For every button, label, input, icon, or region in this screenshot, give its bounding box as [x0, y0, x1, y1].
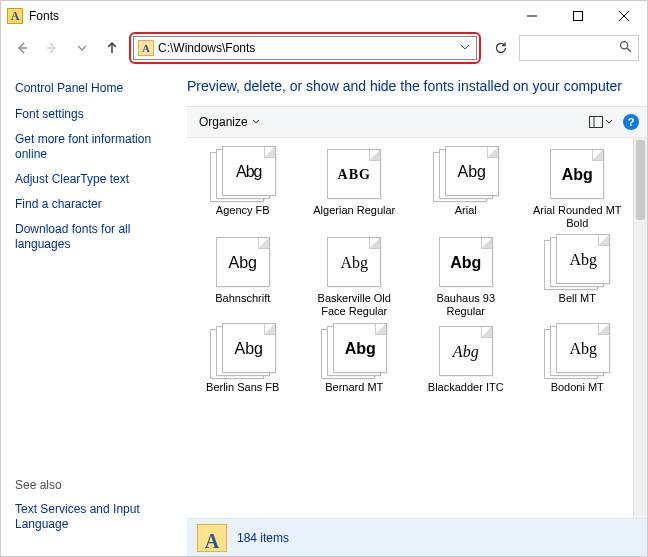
- font-item[interactable]: AbgBaskerville Old Face Regular: [302, 234, 406, 318]
- font-thumbnail: ABG: [321, 146, 387, 200]
- address-bar[interactable]: A: [133, 36, 477, 60]
- sidebar-see-also-head: See also: [15, 478, 173, 492]
- font-sample: Abg: [450, 252, 481, 272]
- font-item[interactable]: AbgArial: [414, 146, 518, 230]
- layout-icon: [589, 116, 603, 128]
- font-label: Bodoni MT: [551, 381, 604, 407]
- font-thumbnail: Abg: [321, 323, 387, 377]
- svg-rect-9: [590, 116, 603, 127]
- address-highlight: A: [129, 32, 481, 64]
- minimize-button[interactable]: [509, 2, 555, 30]
- font-thumbnail: Abg: [544, 234, 610, 288]
- font-label: Bell MT: [559, 292, 596, 318]
- svg-rect-1: [574, 12, 583, 21]
- font-sample: Abg: [569, 338, 597, 358]
- font-item[interactable]: AbgBauhaus 93 Regular: [414, 234, 518, 318]
- close-button[interactable]: [601, 2, 647, 30]
- status-bar: A 184 items: [187, 518, 647, 556]
- back-button[interactable]: [9, 34, 35, 62]
- svg-line-8: [627, 48, 631, 52]
- font-thumbnail: Abg: [210, 146, 276, 200]
- window-controls: [509, 2, 647, 30]
- font-label: Bauhaus 93 Regular: [416, 292, 516, 318]
- page-heading: Preview, delete, or show and hide the fo…: [187, 67, 647, 106]
- fonts-folder-icon: A: [7, 8, 23, 24]
- font-sample: Abg: [229, 252, 257, 272]
- chevron-down-icon: [605, 118, 613, 126]
- titlebar: A Fonts: [1, 1, 647, 31]
- font-sample: Abg: [236, 161, 261, 181]
- font-sample: Abg: [458, 161, 486, 181]
- font-label: Arial Rounded MT Bold: [527, 204, 627, 230]
- sidebar-link-more-info[interactable]: Get more font information online: [15, 132, 173, 162]
- font-label: Arial: [455, 204, 477, 230]
- font-grid: AbgAgency FBABGAlgerian RegularAbgArialA…: [187, 138, 633, 518]
- search-box[interactable]: [519, 35, 639, 61]
- refresh-button[interactable]: [487, 34, 515, 62]
- font-item[interactable]: AbgBell MT: [525, 234, 629, 318]
- up-button[interactable]: [99, 34, 125, 62]
- recent-locations-button[interactable]: [69, 34, 95, 62]
- body-area: Control Panel Home Font settings Get mor…: [1, 67, 647, 556]
- font-sample: Abg: [453, 341, 479, 361]
- address-folder-icon: A: [138, 40, 154, 56]
- font-item[interactable]: AbgArial Rounded MT Bold: [525, 146, 629, 230]
- font-sample: Abg: [235, 338, 263, 358]
- chevron-down-icon: [252, 118, 260, 126]
- search-icon: [619, 40, 632, 56]
- font-item[interactable]: AbgBerlin Sans FB: [191, 323, 295, 407]
- organize-label: Organize: [199, 115, 248, 129]
- maximize-button[interactable]: [555, 2, 601, 30]
- sidebar-link-download[interactable]: Download fonts for all languages: [15, 222, 173, 252]
- sidebar-link-text-services[interactable]: Text Services and Input Language: [15, 502, 173, 532]
- forward-button[interactable]: [39, 34, 65, 62]
- vertical-scrollbar[interactable]: [633, 138, 647, 518]
- font-item[interactable]: ABGAlgerian Regular: [302, 146, 406, 230]
- font-thumbnail: Abg: [544, 146, 610, 200]
- window-title: Fonts: [29, 9, 509, 23]
- help-button[interactable]: ?: [623, 114, 639, 130]
- font-sample: Abg: [562, 164, 593, 184]
- font-thumbnail: Abg: [433, 146, 499, 200]
- grid-wrap: AbgAgency FBABGAlgerian RegularAbgArialA…: [187, 138, 647, 518]
- font-sample: Abg: [569, 249, 597, 269]
- font-sample: Abg: [340, 252, 368, 272]
- address-input[interactable]: [158, 41, 458, 55]
- font-thumbnail: Abg: [433, 234, 499, 288]
- sidebar-link-font-settings[interactable]: Font settings: [15, 107, 173, 122]
- font-item[interactable]: AbgAgency FB: [191, 146, 295, 230]
- font-thumbnail: Abg: [544, 323, 610, 377]
- font-label: Bernard MT: [325, 381, 383, 407]
- address-dropdown-icon[interactable]: [458, 41, 472, 55]
- font-item[interactable]: AbgBlackadder ITC: [414, 323, 518, 407]
- address-wrap: A: [129, 32, 515, 64]
- font-label: Agency FB: [216, 204, 270, 230]
- font-thumbnail: Abg: [433, 323, 499, 377]
- font-item[interactable]: AbgBodoni MT: [525, 323, 629, 407]
- font-item[interactable]: AbgBahnschrift: [191, 234, 295, 318]
- navigation-bar: A: [1, 31, 647, 67]
- main-pane: Preview, delete, or show and hide the fo…: [187, 67, 647, 556]
- font-item[interactable]: AbgBernard MT: [302, 323, 406, 407]
- sidebar-link-cleartype[interactable]: Adjust ClearType text: [15, 172, 173, 187]
- font-thumbnail: Abg: [210, 323, 276, 377]
- font-label: Algerian Regular: [313, 204, 395, 230]
- font-thumbnail: Abg: [210, 234, 276, 288]
- font-label: Baskerville Old Face Regular: [304, 292, 404, 318]
- status-count: 184 items: [237, 531, 289, 545]
- font-thumbnail: Abg: [321, 234, 387, 288]
- organize-button[interactable]: Organize: [195, 113, 264, 131]
- svg-point-7: [621, 42, 628, 49]
- sidebar: Control Panel Home Font settings Get mor…: [1, 67, 187, 556]
- toolbar: Organize ?: [187, 106, 647, 138]
- font-label: Blackadder ITC: [428, 381, 504, 407]
- font-label: Berlin Sans FB: [206, 381, 279, 407]
- sidebar-home[interactable]: Control Panel Home: [15, 81, 173, 95]
- scrollbar-thumb[interactable]: [636, 140, 645, 220]
- layout-button[interactable]: [585, 114, 617, 130]
- sidebar-link-find-char[interactable]: Find a character: [15, 197, 173, 212]
- font-label: Bahnschrift: [215, 292, 270, 318]
- font-sample: Abg: [345, 338, 376, 358]
- fonts-folder-icon: A: [197, 524, 227, 552]
- font-sample: ABG: [338, 165, 371, 183]
